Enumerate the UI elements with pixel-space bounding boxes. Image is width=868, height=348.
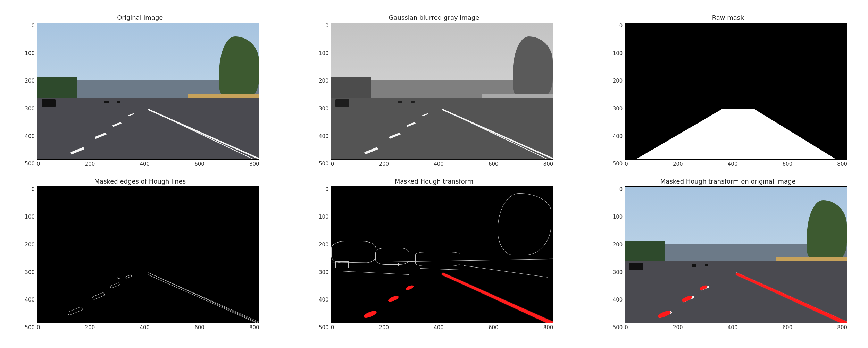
subplot-hough-photo: Masked Hough transform on original image… <box>609 178 847 331</box>
y-axis: 0 100 200 300 400 500 <box>315 186 331 331</box>
ytick: 300 <box>613 269 623 275</box>
ytick: 400 <box>25 297 35 303</box>
image-panel <box>625 23 847 160</box>
ytick: 100 <box>25 50 35 57</box>
xtick: 200 <box>85 324 95 331</box>
image-panel <box>37 186 259 323</box>
ytick: 500 <box>25 161 35 167</box>
y-axis: 0 100 200 300 400 500 <box>609 23 625 167</box>
subplot-title: Masked edges of Hough lines <box>94 178 186 185</box>
xtick: 200 <box>85 161 95 167</box>
ytick: 300 <box>613 105 623 112</box>
ytick: 0 <box>619 23 623 29</box>
subplot-title: Masked Hough transform on original image <box>660 178 796 185</box>
ytick: 0 <box>31 23 35 29</box>
xtick: 200 <box>379 324 389 331</box>
xtick: 800 <box>837 161 847 167</box>
axes: 0 100 200 300 400 500 <box>609 186 847 331</box>
x-axis: 0 200 400 600 800 <box>625 160 847 167</box>
axes: 0 100 200 300 400 500 <box>21 23 259 167</box>
ytick: 100 <box>25 214 35 220</box>
xtick: 400 <box>434 161 444 167</box>
y-axis: 0 100 200 300 400 500 <box>315 23 331 167</box>
xtick: 800 <box>249 161 259 167</box>
ytick: 100 <box>613 50 623 57</box>
ytick: 500 <box>613 324 623 331</box>
ytick: 0 <box>325 186 329 193</box>
ytick: 400 <box>25 133 35 139</box>
x-axis: 0 200 400 600 800 <box>331 323 553 331</box>
subplot-title: Gaussian blurred gray image <box>389 14 479 21</box>
ytick: 500 <box>25 324 35 331</box>
ytick: 300 <box>25 269 35 275</box>
subplot-title: Original image <box>117 14 163 21</box>
xtick: 0 <box>625 324 628 331</box>
y-axis: 0 100 200 300 400 500 <box>21 186 37 331</box>
xtick: 200 <box>673 324 683 331</box>
xtick: 0 <box>625 161 628 167</box>
ytick: 400 <box>319 297 329 303</box>
ytick: 500 <box>319 161 329 167</box>
xtick: 0 <box>37 324 40 331</box>
xtick: 600 <box>783 161 793 167</box>
image-panel <box>331 186 553 323</box>
xtick: 400 <box>434 324 444 331</box>
ytick: 400 <box>613 133 623 139</box>
xtick: 600 <box>489 324 499 331</box>
x-axis: 0 200 400 600 800 <box>37 323 259 331</box>
xtick: 600 <box>489 161 499 167</box>
ytick: 0 <box>619 186 623 193</box>
axes: 0 100 200 300 400 500 <box>315 23 553 167</box>
subplot-edges-masked: Masked edges of Hough lines 0 100 200 30… <box>21 178 259 331</box>
xtick: 0 <box>37 161 40 167</box>
y-axis: 0 100 200 300 400 500 <box>21 23 37 167</box>
subplot-title: Masked Hough transform <box>395 178 474 185</box>
xtick: 800 <box>249 324 259 331</box>
xtick: 0 <box>331 324 334 331</box>
xtick: 800 <box>543 324 553 331</box>
xtick: 600 <box>194 324 205 331</box>
xtick: 600 <box>783 324 793 331</box>
ytick: 0 <box>31 186 35 193</box>
ytick: 200 <box>613 78 623 84</box>
subplot-hough-edges: Masked Hough transform 0 100 200 300 400… <box>315 178 553 331</box>
subplot-title: Raw mask <box>712 14 744 21</box>
xtick: 800 <box>543 161 553 167</box>
ytick: 100 <box>319 214 329 220</box>
ytick: 200 <box>319 78 329 84</box>
image-panel <box>331 23 553 160</box>
image-panel <box>37 23 259 160</box>
ytick: 500 <box>319 324 329 331</box>
ytick: 200 <box>319 241 329 248</box>
y-axis: 0 100 200 300 400 500 <box>609 186 625 331</box>
x-axis: 0 200 400 600 800 <box>331 160 553 167</box>
xtick: 800 <box>837 324 847 331</box>
ytick: 100 <box>319 50 329 57</box>
ytick: 300 <box>319 105 329 112</box>
subplot-original: Original image 0 100 200 300 400 500 <box>21 14 259 167</box>
ytick: 500 <box>613 161 623 167</box>
xtick: 400 <box>728 324 738 331</box>
figure: Original image 0 100 200 300 400 500 <box>0 0 868 348</box>
ytick: 100 <box>613 214 623 220</box>
subplot-gray: Gaussian blurred gray image 0 100 200 30… <box>315 14 553 167</box>
xtick: 0 <box>331 161 334 167</box>
ytick: 300 <box>319 269 329 275</box>
x-axis: 0 200 400 600 800 <box>37 160 259 167</box>
subplot-mask: Raw mask 0 100 200 300 400 500 0 200 400 <box>609 14 847 167</box>
ytick: 400 <box>613 297 623 303</box>
axes: 0 100 200 300 400 500 <box>21 186 259 331</box>
ytick: 200 <box>25 78 35 84</box>
axes: 0 100 200 300 400 500 <box>315 186 553 331</box>
ytick: 300 <box>25 105 35 112</box>
xtick: 200 <box>673 161 683 167</box>
x-axis: 0 200 400 600 800 <box>625 323 847 331</box>
xtick: 400 <box>728 161 738 167</box>
ytick: 200 <box>613 241 623 248</box>
ytick: 200 <box>25 241 35 248</box>
axes: 0 100 200 300 400 500 0 200 400 600 800 <box>609 23 847 167</box>
xtick: 400 <box>140 324 150 331</box>
ytick: 0 <box>325 23 329 29</box>
xtick: 200 <box>379 161 389 167</box>
image-panel <box>625 186 847 323</box>
